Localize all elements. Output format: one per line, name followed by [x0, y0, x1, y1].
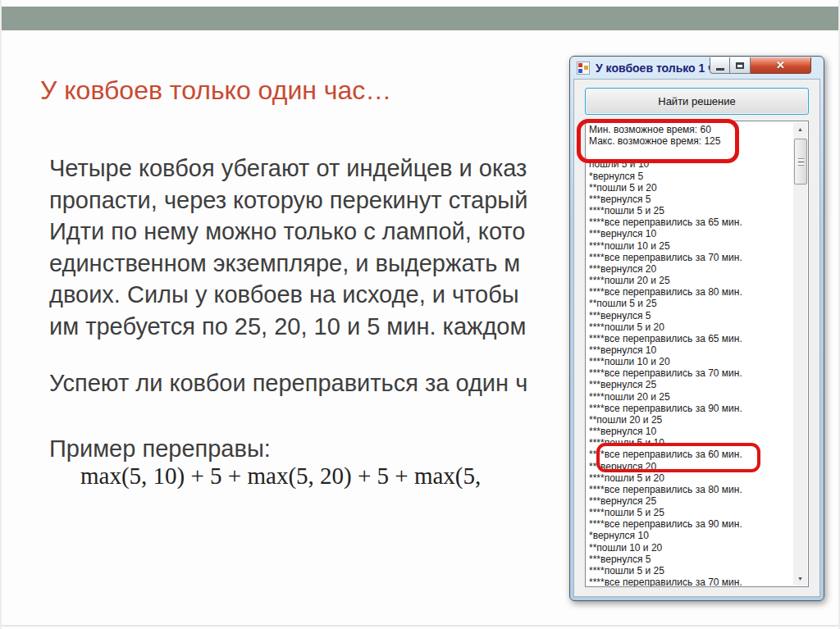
- slide-top-band: [2, 7, 840, 30]
- list-item[interactable]: ****пошли 10 и 25: [589, 240, 792, 252]
- list-item[interactable]: *вернулся 10: [589, 530, 792, 541]
- presentation-slide: У ковбоев только один час… Четыре ковбоя…: [0, 0, 840, 629]
- list-item[interactable]: *вернулся 5: [589, 171, 792, 182]
- list-item[interactable]: ***вернулся 10: [589, 228, 792, 239]
- list-item[interactable]: **пошли 20 и 25: [589, 414, 792, 426]
- list-item[interactable]: ****все переправились за 80 мин.: [589, 484, 792, 495]
- body-text-line: им требуется по 25, 20, 10 и 5 мин. кажд…: [49, 311, 527, 343]
- arrow-down-icon: ▼: [797, 576, 803, 581]
- list-item[interactable]: ***вернулся 25: [589, 495, 792, 507]
- list-item[interactable]: ****пошли 5 и 10: [589, 437, 792, 449]
- slide-question-text: Успеют ли ковбои переправиться за один ч: [49, 370, 527, 397]
- list-item[interactable]: ****пошли 20 и 25: [589, 275, 792, 286]
- list-item[interactable]: пошли 5 и 10: [589, 158, 792, 170]
- thumb-grip-icon: [798, 158, 804, 166]
- list-item[interactable]: [589, 147, 792, 158]
- body-text-line: единственном экземпляре, и выдержать м: [49, 248, 527, 280]
- list-item[interactable]: ***вернулся 10: [589, 344, 792, 356]
- list-item[interactable]: ***вернулся 10: [589, 426, 792, 437]
- list-item[interactable]: Мин. возможное время: 60: [589, 124, 792, 135]
- list-item[interactable]: ****пошли 5 и 25: [589, 205, 792, 217]
- list-item[interactable]: ****пошли 10 и 20: [589, 356, 792, 367]
- body-text-line: Четыре ковбоя убегают от индейцев и оказ: [49, 153, 527, 185]
- close-icon: ✕: [776, 60, 785, 71]
- icon-yellow-square: [584, 66, 588, 70]
- example-formula: max(5, 10) + 5 + max(5, 20) + 5 + max(5,: [80, 463, 481, 490]
- window-title: У ковбоев только 1 час…: [596, 62, 719, 75]
- minimize-icon: [716, 68, 724, 71]
- find-solution-button[interactable]: Найти решение: [585, 88, 809, 115]
- icon-red-square: [578, 63, 582, 67]
- winforms-app-icon: [577, 62, 590, 75]
- close-button[interactable]: ✕: [751, 57, 811, 74]
- scroll-up-button[interactable]: ▲: [793, 122, 807, 136]
- list-item[interactable]: **пошли 5 и 25: [589, 298, 792, 309]
- list-item[interactable]: ***вернулся 25: [589, 379, 792, 390]
- scroll-down-button[interactable]: ▼: [793, 572, 807, 586]
- list-item[interactable]: ***вернулся 20: [589, 263, 792, 275]
- list-item[interactable]: ****все переправились за 70 мин.: [589, 367, 792, 379]
- list-item[interactable]: ****все переправились за 70 мин.: [589, 577, 792, 587]
- slide-title: У ковбоев только один час…: [40, 75, 391, 106]
- caption-buttons: ✕: [710, 57, 811, 74]
- slide-bottom-edge: [2, 625, 838, 627]
- arrow-up-icon: ▲: [797, 126, 803, 132]
- list-item[interactable]: ***вернулся 20: [589, 461, 792, 472]
- example-label: Пример переправы:: [49, 435, 271, 463]
- scrollbar-thumb[interactable]: [794, 139, 807, 185]
- body-text-line: пропасти, через которую перекинут старый: [49, 185, 527, 217]
- window-client-area: Найти решение Мин. возможное время: 60Ма…: [573, 79, 820, 597]
- list-item[interactable]: ****пошли 5 и 20: [589, 321, 792, 333]
- body-text-line: двоих. Силы у ковбоев на исходе, и чтобы: [49, 279, 527, 311]
- solution-list: Мин. возможное время: 60Макс. возможное …: [589, 124, 792, 587]
- solution-listbox[interactable]: Мин. возможное время: 60Макс. возможное …: [585, 121, 809, 587]
- maximize-icon: [736, 62, 744, 69]
- list-item[interactable]: ****пошли 5 и 20: [589, 472, 792, 484]
- body-text-line: Идти по нему можно только с лампой, кото: [49, 216, 527, 248]
- list-item[interactable]: ****все переправились за 65 мин.: [589, 333, 792, 344]
- list-item[interactable]: ***вернулся 5: [589, 554, 792, 565]
- list-item[interactable]: **пошли 5 и 20: [589, 182, 792, 194]
- list-item[interactable]: **пошли 10 и 20: [589, 542, 792, 554]
- window-titlebar[interactable]: У ковбоев только 1 час… ✕: [570, 57, 824, 80]
- list-item[interactable]: ****все переправились за 70 мин.: [589, 252, 792, 263]
- list-item[interactable]: ****все переправились за 90 мин.: [589, 518, 792, 530]
- list-item[interactable]: ****пошли 20 и 25: [589, 391, 792, 403]
- solver-app-window: У ковбоев только 1 час… ✕ Найти решение …: [569, 56, 824, 601]
- list-item[interactable]: ****все переправились за 80 мин.: [589, 286, 792, 298]
- list-item[interactable]: ****пошли 5 и 25: [589, 565, 792, 577]
- maximize-button[interactable]: [730, 57, 751, 74]
- list-item[interactable]: ***вернулся 5: [589, 194, 792, 205]
- list-item[interactable]: ***вернулся 5: [589, 310, 792, 321]
- icon-blue-square: [578, 69, 582, 73]
- list-item[interactable]: ****пошли 5 и 25: [589, 507, 792, 518]
- list-item[interactable]: Макс. возможное время: 125: [589, 135, 792, 147]
- slide-body-text: Четыре ковбоя убегают от индейцев и оказ…: [49, 153, 527, 342]
- vertical-scrollbar[interactable]: ▲ ▼: [793, 122, 807, 586]
- minimize-button[interactable]: [710, 57, 730, 74]
- list-item[interactable]: ****все переправились за 90 мин.: [589, 403, 792, 414]
- list-item[interactable]: ****все переправились за 65 мин.: [589, 217, 792, 228]
- list-item[interactable]: ****все переправились за 60 мин.: [589, 449, 792, 460]
